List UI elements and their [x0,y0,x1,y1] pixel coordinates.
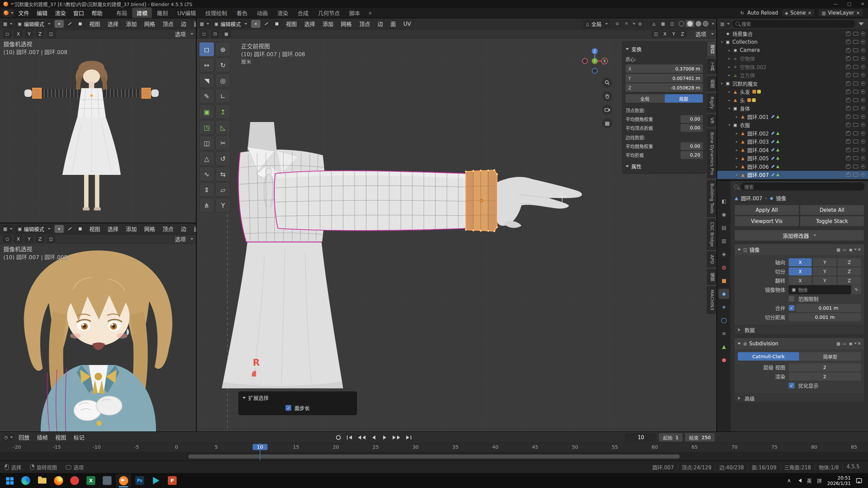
vertex-select-mode-button[interactable] [55,225,64,233]
selectable-checkbox[interactable] [846,156,850,160]
material-properties-tab[interactable]: ● [718,355,729,365]
mirror-axis-toggle[interactable]: Z [838,258,861,266]
rip-region-tool[interactable]: ⋔ [199,198,214,212]
face-select-mode-button[interactable] [76,20,85,28]
outliner-row[interactable]: 场景集合 [717,29,868,38]
tool-settings-icon[interactable]: ◻ [3,235,12,243]
blender-app[interactable] [116,474,131,487]
play-button[interactable] [380,433,390,442]
bisect-distance-field[interactable]: 0.001 m [789,313,861,321]
sidebar-tab[interactable]: Bone Dynamics Pro [707,129,716,178]
clipping-checkbox[interactable]: ✓ [789,296,794,302]
expand-icon[interactable] [727,98,732,102]
playhead-frame-pill[interactable]: 10 [253,444,268,450]
local-space-button[interactable]: 局部 [665,94,703,103]
viewport-visibility-icon[interactable] [853,140,858,143]
viewport-menu[interactable]: 添加 [123,19,140,28]
solid-shading-button[interactable] [686,20,694,27]
selectable-checkbox[interactable] [846,65,850,69]
outliner-row[interactable]: 头 [717,96,868,104]
render-visibility-icon[interactable] [861,89,865,94]
expand-icon[interactable] [727,57,732,60]
outliner-row[interactable]: 头发 [717,88,868,96]
edge-select-mode-button[interactable] [65,225,74,233]
selectable-checkbox[interactable] [846,81,850,86]
expand-icon[interactable] [734,140,739,143]
show-gizmo-toggle[interactable]: ◬ [649,20,658,28]
sidebar-tab[interactable]: APD [707,251,716,267]
outliner-row[interactable]: 沉默的魔女 [717,79,868,88]
jump-to-end-button[interactable] [403,433,414,442]
merge-checkbox[interactable]: ✓ [789,305,794,311]
selectable-checkbox[interactable] [846,123,850,127]
annotate-tool[interactable]: ✎ [199,89,214,103]
media-app[interactable] [149,474,163,487]
render-properties-tab[interactable]: ◉ [718,209,729,220]
move-tool[interactable]: ↔ [199,58,214,72]
viewport-visibility-icon[interactable] [853,165,858,168]
view-layer-selector[interactable]: ▥ViewLayer✕ [818,9,863,17]
transform-panel-header[interactable]: 变换 [626,44,703,54]
selectable-checkbox[interactable] [846,56,850,61]
viewport-menu[interactable]: 面 [191,19,196,28]
world-properties-tab[interactable]: ◍ [718,262,729,272]
rotate-tool[interactable]: ↻ [215,58,231,72]
mirror-axis-button[interactable]: Y [25,30,34,38]
tool-settings-icon[interactable]: ◻ [3,30,12,38]
outliner-row[interactable]: 空物体 [717,55,868,63]
rip-edge-tool[interactable]: Y [215,198,231,212]
knife-tool[interactable]: ✂ [215,136,231,150]
workspace-tab[interactable]: 着色 [232,7,252,18]
subdivision-modifier-header[interactable]: ◍ Subdivision ▦ ▭ ◉ ✕ [734,338,864,349]
render-visibility-icon[interactable] [861,48,865,53]
vertex-select-mode-button[interactable] [55,20,64,28]
close-button[interactable]: ✕ [861,1,865,6]
viewport-visibility-icon[interactable] [853,32,858,36]
viewport-menu[interactable]: 边 [374,19,386,28]
bisect-axis-toggle[interactable]: Y [813,267,836,276]
workspace-tab[interactable]: 动画 [253,7,272,18]
render-visibility-icon[interactable] [861,81,865,86]
viewport-visibility-icon[interactable] [853,90,858,94]
timeline-menu[interactable]: 回放 [16,432,33,442]
ime-lang-badge[interactable]: 英 [807,477,812,484]
scale-tool[interactable]: ◥ [199,73,214,88]
realtime-toggle-icon[interactable]: ▭ [843,247,846,252]
mirror-axis-button[interactable]: Y [25,235,34,243]
output-properties-tab[interactable]: ▤ [718,223,729,233]
tool-properties-tab[interactable]: ◧ [718,196,729,206]
viewport-menu[interactable]: 选择 [104,224,121,233]
workspace-tab[interactable]: 建模 [132,7,152,18]
mode-dropdown[interactable]: ▣编辑模式 [15,225,53,233]
mirror-axis-toggle[interactable]: Y [813,258,836,266]
expand-icon[interactable] [719,40,725,44]
auto-key-record-button[interactable] [336,435,341,440]
timeline-ruler[interactable]: -20-15-10-505101520253035404550556065707… [0,443,868,452]
render-visibility-icon[interactable] [861,73,865,77]
smooth-tool[interactable]: ∿ [199,167,214,181]
workspace-tab[interactable]: 雕刻 [153,7,172,18]
mirror-axis-button[interactable]: Z [36,235,44,243]
render-visibility-icon[interactable] [861,156,865,160]
notification-icon[interactable] [856,478,862,483]
render-visibility-icon[interactable] [861,65,865,69]
apply-all-button[interactable]: Apply All [735,205,799,215]
ime-badge[interactable]: 拼 [817,477,822,484]
timeline-menu[interactable]: 插帧 [34,432,51,442]
physics-properties-tab[interactable]: ◯ [718,315,729,325]
render-visibility-icon[interactable] [861,98,865,102]
workspace-tab[interactable]: 合成 [293,7,313,18]
sidebar-tab[interactable]: 视图 [707,76,716,92]
next-keyframe-button[interactable] [392,433,402,442]
snap-magnet-toggle[interactable]: ∪ [622,20,631,28]
flip-axis-toggle[interactable]: Z [838,277,861,285]
gray-app[interactable] [100,474,115,487]
workspace-tab[interactable]: 纹理绘制 [201,7,232,18]
edge-select-mode-button[interactable] [262,20,271,28]
options-menu[interactable]: 选项 [692,29,709,39]
render-toggle-icon[interactable]: ◉ [849,341,852,346]
editor-type-icon[interactable]: ◷ [3,433,14,441]
inset-faces-tool[interactable]: ◳ [199,120,214,135]
object-properties-tab[interactable]: ■ [718,276,729,286]
eyedropper-icon[interactable]: ✎ [852,285,861,294]
